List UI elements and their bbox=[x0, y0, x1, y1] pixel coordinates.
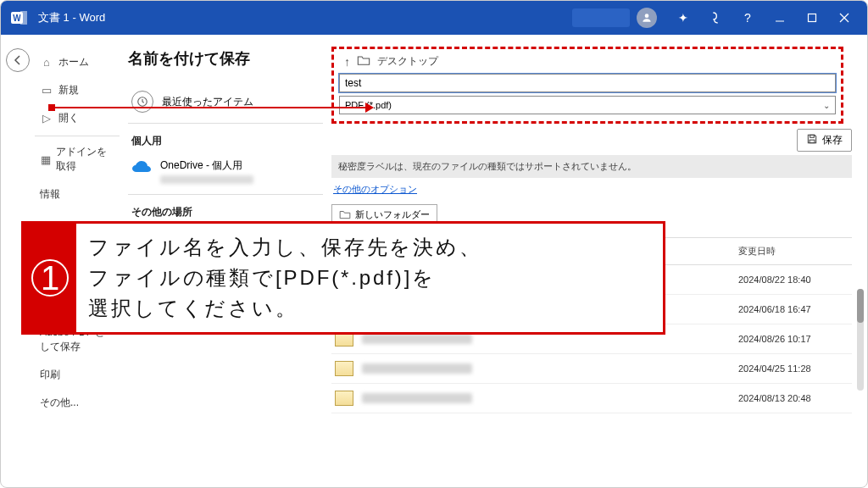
folder-icon[interactable] bbox=[357, 54, 370, 69]
save-button[interactable]: 保存 bbox=[797, 129, 852, 152]
other-options-link[interactable]: その他のオプション bbox=[333, 183, 850, 196]
svg-rect-10 bbox=[810, 135, 815, 137]
nav-print[interactable]: 印刷 bbox=[35, 361, 120, 389]
file-date: 2024/08/26 10:17 bbox=[738, 334, 849, 344]
annotation-arrow bbox=[53, 107, 367, 108]
col-date[interactable]: 変更日時 bbox=[738, 245, 849, 258]
svg-rect-11 bbox=[810, 140, 815, 143]
nav-new-label: 新規 bbox=[58, 83, 79, 97]
svg-point-3 bbox=[645, 14, 649, 18]
open-icon: ▷ bbox=[40, 112, 53, 125]
nav-home-label: ホーム bbox=[58, 55, 89, 69]
svg-rect-2 bbox=[20, 11, 27, 25]
file-name-blur bbox=[362, 363, 472, 374]
loc-onedrive-label: OneDrive - 個人用 bbox=[160, 159, 242, 171]
nav-print-label: 印刷 bbox=[40, 368, 60, 382]
heading-personal: 個人用 bbox=[131, 134, 320, 148]
minimize-icon[interactable] bbox=[764, 1, 796, 35]
nav-home[interactable]: ⌂ホーム bbox=[35, 48, 120, 76]
new-folder-icon bbox=[339, 209, 351, 221]
clock-icon bbox=[131, 91, 153, 113]
annotation-callout: 1 ファイル名を入力し、保存先を決め、ファイルの種類で[PDF(*.pdf)]を… bbox=[21, 221, 665, 335]
folder-icon bbox=[335, 361, 353, 376]
help-icon[interactable]: ? bbox=[732, 1, 764, 35]
file-row[interactable]: 2024/08/13 20:48 bbox=[331, 384, 852, 413]
onedrive-icon bbox=[131, 160, 152, 175]
loc-recent[interactable]: 最近使ったアイテム bbox=[128, 84, 323, 119]
file-date: 2024/04/25 11:28 bbox=[738, 363, 849, 374]
nav-open-label: 開く bbox=[58, 111, 79, 125]
nav-addins[interactable]: ▦アドインを取得 bbox=[35, 136, 120, 180]
account-name-placeholder bbox=[572, 8, 630, 27]
annotation-step-number: 1 bbox=[24, 224, 76, 332]
app-window: W 文書 1 - Word ✦ ? bbox=[0, 0, 868, 488]
svg-rect-5 bbox=[809, 14, 816, 22]
svg-text:W: W bbox=[13, 14, 21, 23]
file-name-blur bbox=[362, 334, 472, 344]
save-disk-icon bbox=[806, 133, 818, 147]
filename-input[interactable] bbox=[339, 74, 836, 92]
up-arrow-icon[interactable]: ↑ bbox=[344, 55, 350, 69]
heading-other: その他の場所 bbox=[131, 205, 320, 219]
copilot-icon[interactable] bbox=[699, 1, 732, 35]
onedrive-account-blur bbox=[160, 175, 253, 184]
filetype-select[interactable]: PDF (*.pdf) ⌄ bbox=[339, 96, 836, 114]
path-label: デスクトップ bbox=[377, 54, 438, 69]
nav-info[interactable]: 情報 bbox=[35, 180, 120, 208]
sensitivity-label-msg: 秘密度ラベルは、現在のファイルの種類ではサポートされていません。 bbox=[331, 155, 852, 178]
file-row[interactable]: 2024/04/25 11:28 bbox=[331, 354, 852, 384]
file-date: 2024/06/18 16:47 bbox=[738, 304, 849, 314]
nav-info-label: 情報 bbox=[40, 187, 60, 202]
close-icon[interactable] bbox=[828, 1, 860, 35]
save-path-row: ↑ デスクトップ bbox=[339, 53, 836, 74]
new-folder-label: 新しいフォルダー bbox=[355, 208, 430, 221]
title-bar: W 文書 1 - Word ✦ ? bbox=[1, 1, 867, 35]
word-app-icon: W bbox=[8, 6, 31, 30]
new-icon: ▭ bbox=[40, 84, 53, 97]
chevron-down-icon: ⌄ bbox=[823, 101, 830, 110]
annotation-text: ファイル名を入力し、保存先を決め、ファイルの種類で[PDF(*.pdf)]を選択… bbox=[76, 224, 663, 332]
folder-icon bbox=[335, 391, 353, 406]
file-name-blur bbox=[362, 393, 472, 403]
page-title: 名前を付けて保存 bbox=[128, 48, 323, 69]
nav-addins-label: アドインを取得 bbox=[56, 145, 114, 174]
addins-icon: ▦ bbox=[40, 153, 51, 166]
window-title: 文書 1 - Word bbox=[38, 10, 105, 25]
maximize-icon[interactable] bbox=[796, 1, 828, 35]
nav-other-label: その他... bbox=[40, 396, 79, 410]
loc-onedrive[interactable]: OneDrive - 個人用 bbox=[128, 152, 323, 191]
premium-icon[interactable]: ✦ bbox=[667, 1, 699, 35]
file-date: 2024/08/22 18:40 bbox=[738, 274, 849, 285]
nav-other[interactable]: その他... bbox=[35, 389, 120, 417]
save-button-label: 保存 bbox=[822, 133, 843, 147]
user-avatar[interactable] bbox=[637, 8, 657, 28]
back-button[interactable] bbox=[6, 48, 30, 72]
annotation-highlight-box: ↑ デスクトップ PDF (*.pdf) ⌄ bbox=[331, 47, 843, 124]
nav-new[interactable]: ▭新規 bbox=[35, 76, 120, 104]
file-list-scrollbar[interactable] bbox=[857, 289, 864, 391]
annotation-arrow bbox=[365, 103, 374, 113]
file-date: 2024/08/13 20:48 bbox=[738, 393, 849, 403]
home-icon: ⌂ bbox=[40, 56, 53, 69]
